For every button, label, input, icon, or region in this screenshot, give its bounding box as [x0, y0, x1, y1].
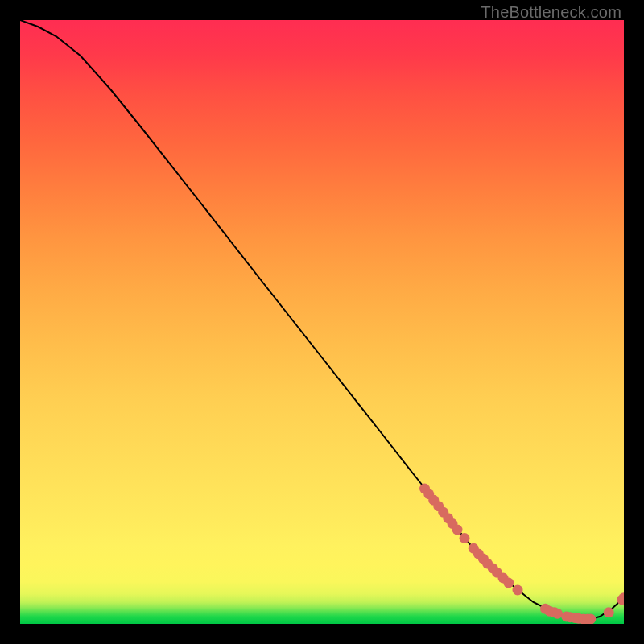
- data-marker: [585, 614, 596, 625]
- plot-area: [20, 20, 624, 624]
- data-marker: [604, 607, 614, 617]
- data-marker: [452, 525, 463, 535]
- data-curve: [20, 20, 624, 620]
- chart-stage: TheBottleneck.com: [0, 0, 644, 644]
- watermark-text: TheBottleneck.com: [481, 3, 621, 22]
- data-marker: [513, 585, 523, 596]
- data-marker: [552, 609, 563, 619]
- data-markers: [419, 484, 624, 625]
- data-marker: [503, 578, 514, 588]
- chart-overlay: [20, 20, 624, 624]
- data-marker: [460, 533, 470, 543]
